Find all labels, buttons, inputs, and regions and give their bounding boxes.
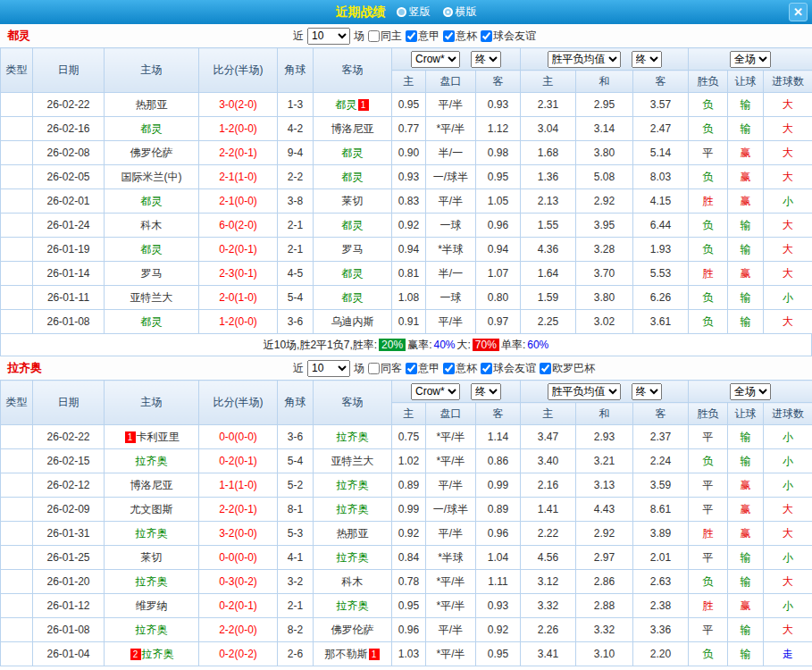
match-score: 0-3(0-2) <box>199 570 278 594</box>
filter-games-label: 场 <box>354 361 364 376</box>
checkbox-label: 意甲 <box>418 361 439 376</box>
checkbox-input[interactable] <box>540 363 551 374</box>
team-label: 都灵 <box>336 98 357 111</box>
table-row: 意杯26-02-12博洛尼亚1-1(1-0)5-2拉齐奥0.89平/半0.992… <box>1 473 812 498</box>
match-count-select[interactable]: 10 <box>307 360 350 377</box>
checkbox-input[interactable] <box>443 30 455 42</box>
team-label: 拉齐奥 <box>337 479 369 491</box>
filter-checkbox-0[interactable]: 同主 <box>368 29 402 44</box>
avg-away: 2.20 <box>633 642 689 666</box>
table-row: 意甲26-02-08佛罗伦萨2-2(0-1)9-4都灵0.90半/一0.981.… <box>1 141 812 165</box>
odds-handicap: *平/半 <box>426 594 476 618</box>
table-row: 意甲26-02-22热那亚3-0(2-0)1-3都灵10.95平/半0.932.… <box>1 93 812 117</box>
odds-home: 0.78 <box>392 570 426 594</box>
odds-home: 0.96 <box>392 618 426 642</box>
avg-away: 8.61 <box>633 498 689 522</box>
subcol-header-5: 客 <box>633 403 689 425</box>
layout-option-horizontal[interactable]: 横版 <box>443 4 477 20</box>
filter-checkbox-1[interactable]: 意甲 <box>406 361 439 376</box>
header-row-groups: 类型日期主场比分(半场)角球客场Crow*终胜平负均值终全场 <box>1 381 812 403</box>
summary-segment: 60% <box>527 339 548 351</box>
odds-final-select[interactable]: 终 <box>471 51 501 68</box>
filter-checkbox-2[interactable]: 意杯 <box>443 29 477 44</box>
team-label: 佛罗伦萨 <box>130 147 173 159</box>
corner-count: 4-2 <box>278 117 314 141</box>
result-handicap: 输 <box>728 546 764 570</box>
home-team: 都灵 <box>105 238 199 262</box>
odds-away: 0.97 <box>476 310 521 334</box>
layout-option-vertical[interactable]: 竖版 <box>397 4 431 20</box>
subcol-header-8: 进球数 <box>764 71 812 93</box>
filter-checkbox-1[interactable]: 意甲 <box>406 29 439 44</box>
col-header-away: 客场 <box>314 381 392 425</box>
match-score: 2-1(0-0) <box>199 189 278 214</box>
checkbox-input[interactable] <box>481 363 492 374</box>
filter-checkbox-4[interactable]: 欧罗巴杯 <box>540 361 595 376</box>
match-count-select[interactable]: 10 <box>307 28 350 45</box>
result-handicap: 赢 <box>728 594 764 618</box>
fulltime-select[interactable]: 全场 <box>730 51 771 68</box>
filter-checkbox-2[interactable]: 意杯 <box>443 361 477 376</box>
home-team: 2拉齐奥 <box>105 642 199 666</box>
odds-away: 0.98 <box>476 141 521 165</box>
filter-checkbox-3[interactable]: 球会友谊 <box>481 29 536 44</box>
team-label: 尤文图斯 <box>130 503 173 515</box>
odds-away: 0.86 <box>476 449 521 473</box>
filter-controls: 近10场同客意甲意杯球会友谊欧罗巴杯 <box>293 356 595 380</box>
odds-away: 1.05 <box>476 189 521 214</box>
corner-count: 4-1 <box>278 546 314 570</box>
result-handicap: 赢 <box>728 498 764 522</box>
checkbox-input[interactable] <box>406 30 417 42</box>
table-row: 意甲26-01-042拉齐奥0-2(0-2)2-6那不勒斯11.03*平/半0.… <box>1 642 812 666</box>
avg-draw: 3.80 <box>576 141 633 165</box>
subcol-header-1: 盘口 <box>426 71 476 93</box>
checkbox-input[interactable] <box>443 363 455 374</box>
avg-final-select[interactable]: 终 <box>632 383 662 400</box>
result-handicap: 输 <box>728 449 764 473</box>
rank-badge: 2 <box>130 649 141 660</box>
avg-away: 8.03 <box>633 165 689 189</box>
odds-source-select[interactable]: Crow* <box>411 383 460 400</box>
match-score: 6-0(2-0) <box>199 214 278 238</box>
checkbox-input[interactable] <box>406 363 417 374</box>
odds-home: 0.81 <box>392 262 426 286</box>
avg-draw: 3.80 <box>576 286 633 310</box>
summary-segment: 单率: <box>501 338 525 353</box>
odds-home: 1.02 <box>392 449 426 473</box>
result-goals: 大 <box>764 618 812 642</box>
checkbox-input[interactable] <box>368 30 380 42</box>
odds-handicap: *平/半 <box>426 449 476 473</box>
checkbox-input[interactable] <box>481 30 492 42</box>
team-label: 热那亚 <box>136 98 168 111</box>
avg-final-select[interactable]: 终 <box>632 51 662 68</box>
odds-source-select[interactable]: Crow* <box>411 51 460 68</box>
corner-count: 3-2 <box>278 570 314 594</box>
filter-checkbox-0[interactable]: 同客 <box>368 361 402 376</box>
match-score: 1-2(0-0) <box>199 117 278 141</box>
close-button[interactable]: ✕ <box>789 3 808 21</box>
corner-count: 3-8 <box>278 189 314 214</box>
team-label: 佛罗伦萨 <box>331 624 374 636</box>
match-date: 26-02-09 <box>33 498 105 522</box>
result-winlose: 负 <box>689 642 728 666</box>
filter-games-label: 场 <box>354 29 364 44</box>
summary-segment: 近10场,胜2平1负7,胜率: <box>264 338 377 353</box>
league-badge: 意甲 <box>1 141 33 165</box>
avg-home: 2.13 <box>521 189 576 214</box>
odds-home: 0.95 <box>392 594 426 618</box>
odds-handicap: 半/一 <box>426 262 476 286</box>
checkbox-input[interactable] <box>368 363 380 374</box>
col-header-home: 主场 <box>105 381 199 425</box>
corner-count: 4-5 <box>278 262 314 286</box>
col-header-away: 客场 <box>314 48 392 93</box>
filter-checkbox-3[interactable]: 球会友谊 <box>481 361 536 376</box>
avg-home: 1.68 <box>521 141 576 165</box>
avg-source-select[interactable]: 胜平负均值 <box>548 383 621 400</box>
away-team: 都灵1 <box>314 93 392 117</box>
avg-home: 3.12 <box>521 570 576 594</box>
checkbox-label: 意杯 <box>456 29 477 44</box>
odds-final-select[interactable]: 终 <box>471 383 501 400</box>
fulltime-select[interactable]: 全场 <box>730 383 771 400</box>
match-score: 3-0(2-0) <box>199 93 278 117</box>
avg-source-select[interactable]: 胜平负均值 <box>548 51 621 68</box>
